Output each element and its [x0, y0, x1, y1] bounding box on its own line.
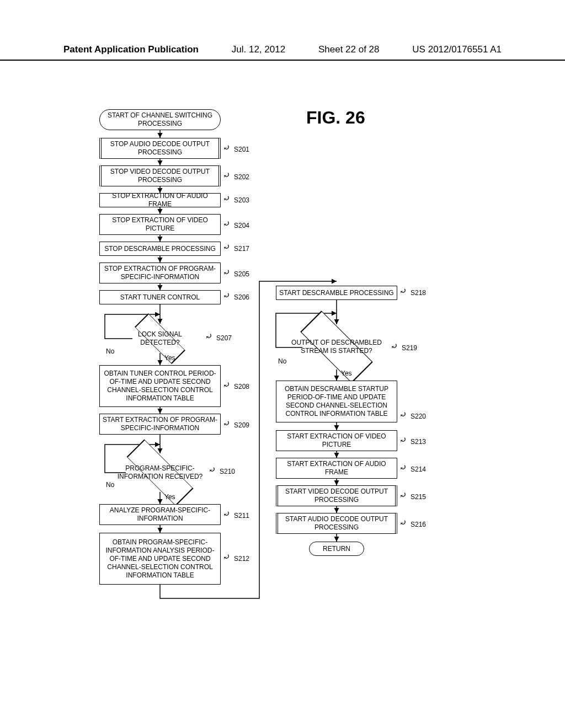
step-s204-num: S204 [234, 222, 249, 229]
pub-type: Patent Application Publication [63, 44, 199, 55]
hook-icon: ⤾ [223, 552, 230, 562]
hook-icon: ⤾ [209, 464, 216, 475]
hook-icon: ⤾ [223, 290, 230, 301]
step-s202: STOP VIDEO DECODE OUTPUT PROCESSING [99, 165, 221, 186]
terminal-start-label: START OF CHANNEL SWITCHING PROCESSING [102, 111, 218, 128]
pub-date: Jul. 12, 2012 [232, 44, 285, 55]
step-s211-label: ANALYZE PROGRAM-SPECIFIC-INFORMATION [102, 506, 218, 523]
step-s208-num: S208 [234, 383, 249, 390]
hook-icon: ⤾ [223, 193, 230, 204]
decision-s219: OUTPUT OF DESCRAMBLED STREAM IS STARTED? [291, 324, 382, 370]
step-s201-num: S201 [234, 146, 249, 153]
step-s217: STOP DESCRAMBLE PROCESSING [99, 242, 221, 256]
yes-label: Yes [164, 493, 175, 501]
decision-s210-label: PROGRAM-SPECIFIC-INFORMATION RECEIVED? [116, 464, 204, 481]
step-s220-num: S220 [411, 413, 426, 420]
step-s215-num: S215 [411, 493, 426, 501]
step-s203: STOP EXTRACTION OF AUDIO FRAME [99, 193, 221, 207]
step-s219-num: S219 [402, 344, 417, 352]
hook-icon: ⤾ [223, 242, 230, 252]
step-s205-label: STOP EXTRACTION OF PROGRAM-SPECIFIC-INFO… [102, 265, 218, 281]
step-s209: START EXTRACTION OF PROGRAM-SPECIFIC-INF… [99, 414, 221, 435]
step-s212-label: OBTAIN PROGRAM-SPECIFIC-INFORMATION ANAL… [102, 538, 218, 580]
step-s216-label: START AUDIO DECODE OUTPUT PROCESSING [280, 515, 393, 532]
step-s201: STOP AUDIO DECODE OUTPUT PROCESSING [99, 138, 221, 159]
step-s217-num: S217 [234, 245, 249, 253]
decision-s210: PROGRAM-SPECIFIC-INFORMATION RECEIVED? [116, 453, 204, 492]
hook-icon: ⤾ [399, 409, 407, 420]
no-label: No [278, 357, 286, 365]
step-s215: START VIDEO DECODE OUTPUT PROCESSING [276, 485, 397, 506]
step-s212-num: S212 [234, 555, 249, 563]
step-s201-label: STOP AUDIO DECODE OUTPUT PROCESSING [104, 140, 216, 157]
hook-icon: ⤾ [223, 267, 230, 277]
step-s202-num: S202 [234, 173, 249, 181]
step-s202-label: STOP VIDEO DECODE OUTPUT PROCESSING [104, 168, 216, 184]
doc-number: US 2012/0176551 A1 [412, 44, 502, 55]
step-s207-num: S207 [216, 334, 232, 342]
step-s218-label: START DESCRAMBLE PROCESSING [279, 289, 393, 297]
hook-icon: ⤾ [223, 379, 230, 390]
step-s212: OBTAIN PROGRAM-SPECIFIC-INFORMATION ANAL… [99, 533, 221, 585]
step-s205-num: S205 [234, 270, 249, 278]
step-s203-num: S203 [234, 196, 249, 204]
no-label: No [106, 347, 114, 355]
yes-label: Yes [341, 370, 352, 377]
step-s208-label: OBTAIN TUNER CONTROL PERIOD-OF-TIME AND … [102, 370, 218, 403]
step-s216-num: S216 [411, 521, 426, 528]
terminal-return-label: RETURN [323, 545, 350, 553]
yes-label: Yes [164, 354, 175, 362]
hook-icon: ⤾ [399, 462, 407, 473]
step-s220-label: OBTAIN DESCRAMBLE STARTUP PERIOD-OF-TIME… [279, 385, 395, 418]
step-s220: OBTAIN DESCRAMBLE STARTUP PERIOD-OF-TIME… [276, 381, 397, 422]
step-s203-label: STOP EXTRACTION OF AUDIO FRAME [102, 192, 218, 208]
hook-icon: ⤾ [223, 142, 230, 153]
step-s213-label: START EXTRACTION OF VIDEO PICTURE [279, 432, 395, 449]
step-s209-num: S209 [234, 421, 249, 429]
step-s209-label: START EXTRACTION OF PROGRAM-SPECIFIC-INF… [102, 416, 218, 432]
step-s206-label: START TUNER CONTROL [120, 293, 200, 302]
hook-icon: ⤾ [399, 435, 407, 445]
step-s206-num: S206 [234, 293, 249, 301]
page-header: Patent Application Publication Jul. 12, … [0, 44, 565, 61]
hook-icon: ⤾ [223, 170, 230, 180]
step-s214-num: S214 [411, 465, 426, 473]
step-s218-num: S218 [411, 289, 426, 297]
step-s210-num: S210 [220, 468, 235, 475]
decision-s207: LOCK SIGNAL DETECTED? [126, 324, 194, 354]
step-s215-label: START VIDEO DECODE OUTPUT PROCESSING [280, 488, 393, 504]
hook-icon: ⤾ [399, 490, 407, 500]
step-s216: START AUDIO DECODE OUTPUT PROCESSING [276, 513, 397, 534]
step-s211-num: S211 [234, 512, 249, 520]
step-s217-label: STOP DESCRAMBLE PROCESSING [104, 245, 216, 253]
step-s204-label: STOP EXTRACTION OF VIDEO PICTURE [102, 216, 218, 233]
hook-icon: ⤾ [223, 418, 230, 429]
terminal-start: START OF CHANNEL SWITCHING PROCESSING [99, 109, 221, 130]
step-s213: START EXTRACTION OF VIDEO PICTURE [276, 430, 397, 451]
step-s205: STOP EXTRACTION OF PROGRAM-SPECIFIC-INFO… [99, 263, 221, 283]
step-s214-label: START EXTRACTION OF AUDIO FRAME [279, 460, 395, 477]
step-s214: START EXTRACTION OF AUDIO FRAME [276, 458, 397, 479]
terminal-return: RETURN [309, 542, 364, 556]
step-s206: START TUNER CONTROL [99, 290, 221, 304]
hook-icon: ⤾ [205, 331, 212, 341]
step-s211: ANALYZE PROGRAM-SPECIFIC-INFORMATION [99, 504, 221, 525]
no-label: No [106, 481, 114, 489]
hook-icon: ⤾ [223, 218, 230, 229]
step-s208: OBTAIN TUNER CONTROL PERIOD-OF-TIME AND … [99, 365, 221, 407]
step-s218: START DESCRAMBLE PROCESSING [276, 286, 397, 300]
decision-s219-label: OUTPUT OF DESCRAMBLED STREAM IS STARTED? [291, 339, 382, 355]
hook-icon: ⤾ [223, 508, 230, 519]
hook-icon: ⤾ [399, 517, 407, 528]
step-s204: STOP EXTRACTION OF VIDEO PICTURE [99, 214, 221, 235]
hook-icon: ⤾ [391, 341, 398, 351]
hook-icon: ⤾ [399, 286, 407, 296]
step-s213-num: S213 [411, 438, 426, 446]
sheet-num: Sheet 22 of 28 [318, 44, 380, 55]
decision-s207-label: LOCK SIGNAL DETECTED? [126, 330, 194, 347]
